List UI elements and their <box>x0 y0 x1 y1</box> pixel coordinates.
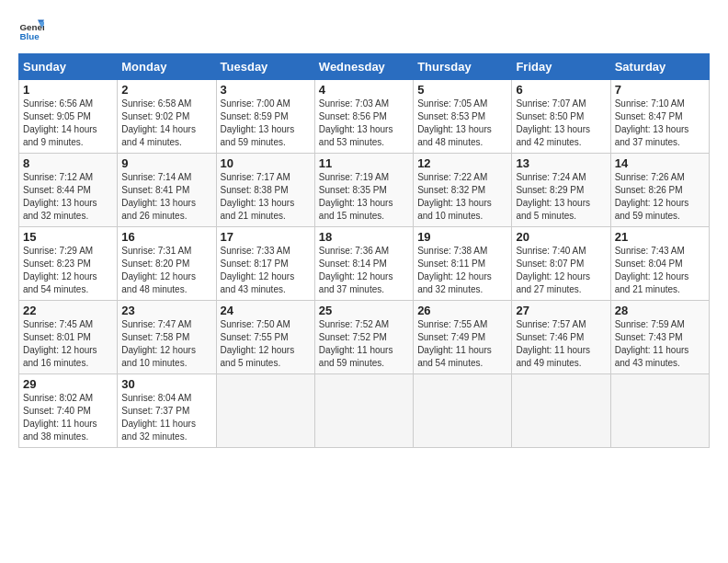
day-cell: 29Sunrise: 8:02 AM Sunset: 7:40 PM Dayli… <box>19 374 118 448</box>
day-cell: 23Sunrise: 7:47 AM Sunset: 7:58 PM Dayli… <box>118 301 216 374</box>
column-header-monday: Monday <box>118 54 216 80</box>
day-cell: 3Sunrise: 7:00 AM Sunset: 8:59 PM Daylig… <box>216 80 314 154</box>
day-cell: 19Sunrise: 7:38 AM Sunset: 8:11 PM Dayli… <box>414 227 512 301</box>
day-number: 2 <box>121 83 211 97</box>
day-number: 21 <box>615 230 705 244</box>
day-cell <box>414 374 512 448</box>
day-info: Sunrise: 8:04 AM Sunset: 7:37 PM Dayligh… <box>121 392 211 443</box>
day-cell: 22Sunrise: 7:45 AM Sunset: 8:01 PM Dayli… <box>19 301 118 374</box>
day-cell: 2Sunrise: 6:58 AM Sunset: 9:02 PM Daylig… <box>118 80 216 154</box>
day-info: Sunrise: 7:43 AM Sunset: 8:04 PM Dayligh… <box>615 245 705 296</box>
day-info: Sunrise: 7:19 AM Sunset: 8:35 PM Dayligh… <box>319 171 409 223</box>
day-cell: 9Sunrise: 7:14 AM Sunset: 8:41 PM Daylig… <box>118 154 216 227</box>
day-info: Sunrise: 7:14 AM Sunset: 8:41 PM Dayligh… <box>121 171 211 223</box>
day-number: 7 <box>615 83 705 97</box>
day-info: Sunrise: 7:45 AM Sunset: 8:01 PM Dayligh… <box>23 318 113 370</box>
column-header-wednesday: Wednesday <box>314 54 413 80</box>
day-cell: 17Sunrise: 7:33 AM Sunset: 8:17 PM Dayli… <box>216 227 314 301</box>
day-number: 6 <box>516 83 606 97</box>
week-row-1: 1Sunrise: 6:56 AM Sunset: 9:05 PM Daylig… <box>19 80 710 154</box>
day-number: 1 <box>23 83 113 97</box>
day-cell <box>512 374 610 448</box>
calendar-body: 1Sunrise: 6:56 AM Sunset: 9:05 PM Daylig… <box>19 80 710 448</box>
day-cell: 6Sunrise: 7:07 AM Sunset: 8:50 PM Daylig… <box>512 80 610 154</box>
day-cell: 25Sunrise: 7:52 AM Sunset: 7:52 PM Dayli… <box>314 301 413 374</box>
logo: General Blue <box>18 17 48 42</box>
day-info: Sunrise: 7:17 AM Sunset: 8:38 PM Dayligh… <box>221 171 311 223</box>
day-number: 30 <box>121 377 211 391</box>
column-header-saturday: Saturday <box>610 54 709 80</box>
day-number: 18 <box>319 230 409 244</box>
day-info: Sunrise: 7:22 AM Sunset: 8:32 PM Dayligh… <box>417 171 507 223</box>
day-cell: 30Sunrise: 8:04 AM Sunset: 7:37 PM Dayli… <box>118 374 216 448</box>
column-header-thursday: Thursday <box>414 54 512 80</box>
day-number: 11 <box>319 156 409 170</box>
day-number: 20 <box>516 230 606 244</box>
day-info: Sunrise: 6:56 AM Sunset: 9:05 PM Dayligh… <box>23 98 113 149</box>
day-cell: 20Sunrise: 7:40 AM Sunset: 8:07 PM Dayli… <box>512 227 610 301</box>
column-header-tuesday: Tuesday <box>216 54 314 80</box>
day-info: Sunrise: 7:00 AM Sunset: 8:59 PM Dayligh… <box>221 98 311 149</box>
day-info: Sunrise: 7:33 AM Sunset: 8:17 PM Dayligh… <box>221 245 311 296</box>
day-number: 10 <box>221 156 311 170</box>
day-info: Sunrise: 7:26 AM Sunset: 8:26 PM Dayligh… <box>615 171 705 223</box>
day-info: Sunrise: 7:10 AM Sunset: 8:47 PM Dayligh… <box>615 98 705 149</box>
day-info: Sunrise: 7:59 AM Sunset: 7:43 PM Dayligh… <box>615 318 705 370</box>
day-info: Sunrise: 7:52 AM Sunset: 7:52 PM Dayligh… <box>319 318 409 370</box>
day-number: 14 <box>615 156 705 170</box>
day-cell: 8Sunrise: 7:12 AM Sunset: 8:44 PM Daylig… <box>19 154 118 227</box>
page: General Blue SundayMondayTuesdayWednesda… <box>0 0 728 457</box>
day-number: 23 <box>121 304 211 317</box>
day-info: Sunrise: 7:07 AM Sunset: 8:50 PM Dayligh… <box>516 98 606 149</box>
week-row-2: 8Sunrise: 7:12 AM Sunset: 8:44 PM Daylig… <box>19 154 710 227</box>
logo-icon: General Blue <box>18 17 44 42</box>
day-info: Sunrise: 7:31 AM Sunset: 8:20 PM Dayligh… <box>121 245 211 296</box>
day-cell: 21Sunrise: 7:43 AM Sunset: 8:04 PM Dayli… <box>610 227 709 301</box>
day-info: Sunrise: 7:55 AM Sunset: 7:49 PM Dayligh… <box>417 318 507 370</box>
day-number: 25 <box>319 304 409 317</box>
day-cell: 5Sunrise: 7:05 AM Sunset: 8:53 PM Daylig… <box>414 80 512 154</box>
day-number: 24 <box>221 304 311 317</box>
day-cell: 7Sunrise: 7:10 AM Sunset: 8:47 PM Daylig… <box>610 80 709 154</box>
day-cell <box>314 374 413 448</box>
week-row-3: 15Sunrise: 7:29 AM Sunset: 8:23 PM Dayli… <box>19 227 710 301</box>
day-info: Sunrise: 7:36 AM Sunset: 8:14 PM Dayligh… <box>319 245 409 296</box>
day-cell: 26Sunrise: 7:55 AM Sunset: 7:49 PM Dayli… <box>414 301 512 374</box>
calendar-header-row: SundayMondayTuesdayWednesdayThursdayFrid… <box>19 54 710 80</box>
day-info: Sunrise: 7:57 AM Sunset: 7:46 PM Dayligh… <box>516 318 606 370</box>
day-number: 8 <box>23 156 113 170</box>
day-info: Sunrise: 7:05 AM Sunset: 8:53 PM Dayligh… <box>417 98 507 149</box>
day-info: Sunrise: 7:12 AM Sunset: 8:44 PM Dayligh… <box>23 171 113 223</box>
day-cell <box>610 374 709 448</box>
day-info: Sunrise: 7:40 AM Sunset: 8:07 PM Dayligh… <box>516 245 606 296</box>
day-number: 15 <box>23 230 113 244</box>
day-cell: 12Sunrise: 7:22 AM Sunset: 8:32 PM Dayli… <box>414 154 512 227</box>
day-cell: 1Sunrise: 6:56 AM Sunset: 9:05 PM Daylig… <box>19 80 118 154</box>
day-info: Sunrise: 7:03 AM Sunset: 8:56 PM Dayligh… <box>319 98 409 149</box>
day-number: 9 <box>121 156 211 170</box>
day-cell: 27Sunrise: 7:57 AM Sunset: 7:46 PM Dayli… <box>512 301 610 374</box>
week-row-5: 29Sunrise: 8:02 AM Sunset: 7:40 PM Dayli… <box>19 374 710 448</box>
column-header-friday: Friday <box>512 54 610 80</box>
day-number: 28 <box>615 304 705 317</box>
day-cell: 28Sunrise: 7:59 AM Sunset: 7:43 PM Dayli… <box>610 301 709 374</box>
day-info: Sunrise: 7:50 AM Sunset: 7:55 PM Dayligh… <box>221 318 311 370</box>
day-number: 27 <box>516 304 606 317</box>
day-info: Sunrise: 7:24 AM Sunset: 8:29 PM Dayligh… <box>516 171 606 223</box>
day-cell: 10Sunrise: 7:17 AM Sunset: 8:38 PM Dayli… <box>216 154 314 227</box>
day-cell: 4Sunrise: 7:03 AM Sunset: 8:56 PM Daylig… <box>314 80 413 154</box>
day-info: Sunrise: 8:02 AM Sunset: 7:40 PM Dayligh… <box>23 392 113 443</box>
day-number: 29 <box>23 377 113 391</box>
day-cell: 15Sunrise: 7:29 AM Sunset: 8:23 PM Dayli… <box>19 227 118 301</box>
header: General Blue <box>18 17 710 42</box>
day-info: Sunrise: 7:29 AM Sunset: 8:23 PM Dayligh… <box>23 245 113 296</box>
day-cell: 24Sunrise: 7:50 AM Sunset: 7:55 PM Dayli… <box>216 301 314 374</box>
day-number: 16 <box>121 230 211 244</box>
day-number: 26 <box>417 304 507 317</box>
day-number: 17 <box>221 230 311 244</box>
day-cell: 11Sunrise: 7:19 AM Sunset: 8:35 PM Dayli… <box>314 154 413 227</box>
day-number: 22 <box>23 304 113 317</box>
day-number: 12 <box>417 156 507 170</box>
day-number: 3 <box>221 83 311 97</box>
calendar-table: SundayMondayTuesdayWednesdayThursdayFrid… <box>18 53 710 448</box>
